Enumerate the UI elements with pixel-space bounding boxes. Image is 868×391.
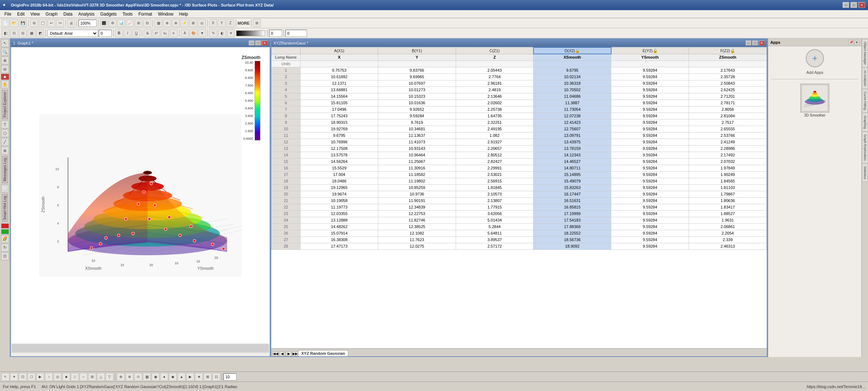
bt-graph7[interactable]: ◆ bbox=[169, 373, 177, 381]
cell-C[interactable]: 2.96181 bbox=[456, 80, 533, 87]
toolbar-c4[interactable]: ⚡ bbox=[180, 19, 188, 27]
cell-E[interactable]: 9.59284 bbox=[611, 73, 689, 80]
cell-F[interactable]: 2.17643 bbox=[689, 67, 767, 73]
cell-E[interactable]: 9.59284 bbox=[611, 197, 689, 204]
cell-A[interactable]: 13.57578 bbox=[301, 152, 378, 158]
sheet-minimize-btn[interactable]: ─ bbox=[746, 41, 752, 46]
cell-F[interactable]: 1.81103 bbox=[689, 184, 767, 191]
cell-B[interactable]: 10.07697 bbox=[378, 80, 456, 87]
cell-F[interactable]: 2.62425 bbox=[689, 87, 767, 93]
cell-F[interactable]: 2.53766 bbox=[689, 132, 767, 139]
toolbar-g3[interactable]: ☀ bbox=[227, 29, 235, 37]
cell-B[interactable]: 10.01636 bbox=[378, 100, 456, 106]
cell-B[interactable]: 11.7623 bbox=[378, 236, 456, 243]
cell-E[interactable]: 9.59284 bbox=[611, 217, 689, 223]
cell-A[interactable]: 14.15564 bbox=[301, 93, 378, 100]
toolbar-b4[interactable]: 📈 bbox=[126, 19, 134, 27]
graph-minimize-btn[interactable]: ─ bbox=[249, 41, 255, 46]
cell-F[interactable]: 2.78171 bbox=[689, 100, 767, 106]
cell-D[interactable]: 12.41423 bbox=[533, 119, 611, 126]
table-row[interactable]: 312.137110.076972.9618110.363189.592842.… bbox=[272, 80, 767, 87]
bt-1[interactable]: ↖ bbox=[1, 373, 9, 381]
table-row[interactable]: 1919.1296510.852591.8184515.832639.59284… bbox=[272, 184, 767, 191]
cell-C[interactable]: 2.49195 bbox=[456, 126, 533, 132]
toolbar-c3[interactable]: ⊗ bbox=[172, 19, 180, 27]
table-row[interactable]: 918.903159.76192.3225112.414239.592842.7… bbox=[272, 119, 767, 126]
tab-object-manager[interactable]: Object Manager bbox=[862, 39, 868, 67]
bt-12[interactable]: △ bbox=[97, 373, 105, 381]
cell-D[interactable]: 11.3887 bbox=[533, 100, 611, 106]
cell-E[interactable]: 9.59284 bbox=[611, 204, 689, 210]
cell-B[interactable]: 10.9736 bbox=[378, 191, 456, 197]
cell-F[interactable]: 2.2054 bbox=[689, 230, 767, 236]
cell-B[interactable]: 11.13637 bbox=[378, 132, 456, 139]
tab-graphing[interactable]: Graphing bbox=[862, 113, 868, 131]
panel-close-btn[interactable]: ✕ bbox=[854, 40, 859, 45]
cell-F[interactable]: 1.80636 bbox=[689, 197, 767, 204]
add-apps-button[interactable]: + bbox=[806, 49, 824, 67]
cell-E[interactable]: 9.59284 bbox=[611, 145, 689, 152]
cell-D[interactable]: 13.09791 bbox=[533, 132, 611, 139]
cell-A[interactable]: 13.12888 bbox=[301, 217, 378, 223]
cell-B[interactable]: 9.69965 bbox=[378, 73, 456, 80]
bt-6[interactable]: ○ bbox=[45, 373, 53, 381]
bt-13[interactable]: ▽ bbox=[106, 373, 114, 381]
col-header-D[interactable]: D(X2)🔒 bbox=[533, 47, 611, 54]
bt-graph2[interactable]: ⊗ bbox=[125, 373, 133, 381]
cell-B[interactable]: 9.83766 bbox=[378, 67, 456, 73]
font-size-input[interactable]: 0 bbox=[99, 30, 112, 37]
messages-log-tab[interactable]: Messages Log bbox=[2, 156, 8, 183]
table-row[interactable]: 514.1556410.153232.1364611.046869.592842… bbox=[272, 93, 767, 100]
toolbar-g2[interactable]: ◐ bbox=[218, 29, 226, 37]
cell-E[interactable]: 9.59284 bbox=[611, 100, 689, 106]
table-row[interactable]: 1312.1750810.931432.2065713.781599.59284… bbox=[272, 145, 767, 152]
cell-D[interactable]: 16.51631 bbox=[533, 197, 611, 204]
menu-window[interactable]: Window bbox=[155, 11, 176, 17]
cell-B[interactable]: 10.93143 bbox=[378, 145, 456, 152]
cell-D[interactable]: 14.80711 bbox=[533, 165, 611, 171]
toolbar-c5[interactable]: ⊞ bbox=[189, 19, 197, 27]
cell-A[interactable]: 18.90315 bbox=[301, 119, 378, 126]
scale-tool[interactable]: ⬜ bbox=[1, 185, 9, 193]
cell-B[interactable]: 11.30916 bbox=[378, 165, 456, 171]
scroll-next-tab[interactable]: ▶ bbox=[286, 351, 292, 356]
menu-help[interactable]: Help bbox=[176, 11, 191, 17]
menu-edit[interactable]: Edit bbox=[14, 11, 27, 17]
cell-D[interactable]: 14.46527 bbox=[533, 158, 611, 165]
cell-E[interactable]: 9.59284 bbox=[611, 93, 689, 100]
cell-B[interactable]: 9.92652 bbox=[378, 106, 456, 113]
tab-statistics[interactable]: Statistics bbox=[862, 164, 868, 182]
cell-B[interactable]: 11.90191 bbox=[378, 197, 456, 204]
panel-pin-btn[interactable]: 📌 bbox=[848, 40, 854, 45]
bt-9[interactable]: □ bbox=[71, 373, 79, 381]
cell-D[interactable]: 10.36318 bbox=[533, 80, 611, 87]
table-row[interactable]: 717.04969.926522.2573811.730549.592842.8… bbox=[272, 106, 767, 113]
cell-D[interactable]: 9.6795 bbox=[533, 67, 611, 73]
cell-A[interactable]: 11.19773 bbox=[301, 204, 378, 210]
zoom-plus[interactable]: ⊕ bbox=[1, 56, 9, 64]
toolbar-d2[interactable]: Y bbox=[218, 19, 226, 27]
tab-ai-analysis[interactable]: AI Analysis bbox=[862, 68, 868, 89]
cell-C[interactable]: 2.91927 bbox=[456, 139, 533, 145]
bold-button[interactable]: B bbox=[115, 29, 123, 37]
toolbar-num-input[interactable] bbox=[269, 30, 282, 37]
col-header-row[interactable] bbox=[272, 47, 301, 54]
toolbar-f3[interactable]: ▼ bbox=[198, 29, 206, 37]
cell-B[interactable]: 9.7619 bbox=[378, 119, 456, 126]
cell-B[interactable]: 12.22753 bbox=[378, 210, 456, 217]
menu-analysis[interactable]: Analysis bbox=[76, 11, 98, 17]
tab-curve-fitting[interactable]: Curve Fitting bbox=[862, 89, 868, 113]
cell-B[interactable]: 11.18582 bbox=[378, 171, 456, 178]
cell-C[interactable]: 2.02602 bbox=[456, 100, 533, 106]
cell-B[interactable]: 10.85259 bbox=[378, 184, 456, 191]
cell-E[interactable]: 9.59284 bbox=[611, 178, 689, 184]
cell-D[interactable]: 17.54183 bbox=[533, 217, 611, 223]
table-row[interactable]: 19.757539.837662.054439.67959.592842.176… bbox=[272, 67, 767, 73]
cell-F[interactable]: 2.7517 bbox=[689, 119, 767, 126]
cell-C[interactable]: 1.77915 bbox=[456, 204, 533, 210]
bt-graph12[interactable]: ⊡ bbox=[212, 373, 220, 381]
cell-A[interactable]: 16.38308 bbox=[301, 236, 378, 243]
cell-B[interactable]: 10.96464 bbox=[378, 152, 456, 158]
cell-A[interactable]: 12.03355 bbox=[301, 210, 378, 217]
table-row[interactable]: 2019.967410.97362.1057316.174479.592841.… bbox=[272, 191, 767, 197]
